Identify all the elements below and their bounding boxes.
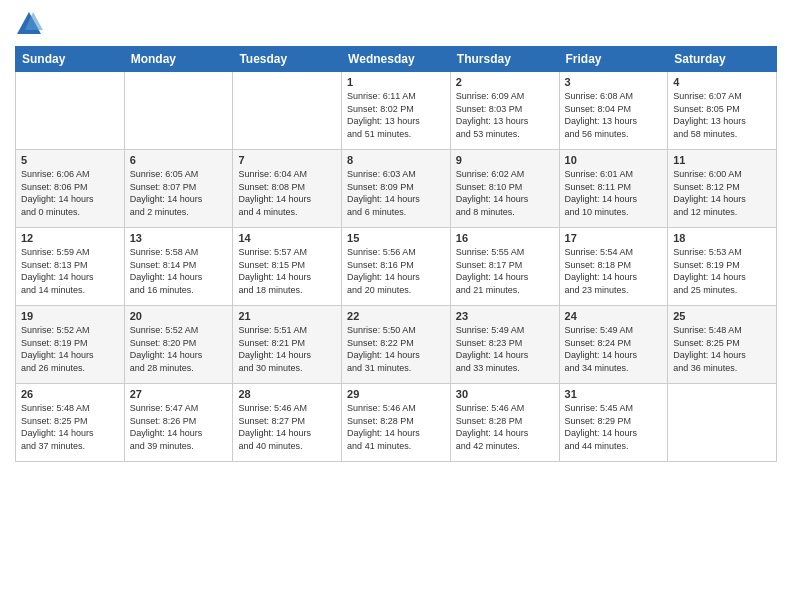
week-row-5: 26Sunrise: 5:48 AM Sunset: 8:25 PM Dayli… <box>16 384 777 462</box>
day-info: Sunrise: 5:55 AM Sunset: 8:17 PM Dayligh… <box>456 246 554 296</box>
day-info: Sunrise: 5:51 AM Sunset: 8:21 PM Dayligh… <box>238 324 336 374</box>
day-cell: 16Sunrise: 5:55 AM Sunset: 8:17 PM Dayli… <box>450 228 559 306</box>
week-row-2: 5Sunrise: 6:06 AM Sunset: 8:06 PM Daylig… <box>16 150 777 228</box>
day-info: Sunrise: 5:57 AM Sunset: 8:15 PM Dayligh… <box>238 246 336 296</box>
day-cell: 29Sunrise: 5:46 AM Sunset: 8:28 PM Dayli… <box>342 384 451 462</box>
day-info: Sunrise: 6:02 AM Sunset: 8:10 PM Dayligh… <box>456 168 554 218</box>
day-number: 6 <box>130 154 228 166</box>
day-number: 11 <box>673 154 771 166</box>
day-number: 3 <box>565 76 663 88</box>
day-number: 25 <box>673 310 771 322</box>
day-info: Sunrise: 5:54 AM Sunset: 8:18 PM Dayligh… <box>565 246 663 296</box>
day-number: 30 <box>456 388 554 400</box>
day-number: 12 <box>21 232 119 244</box>
day-info: Sunrise: 5:52 AM Sunset: 8:19 PM Dayligh… <box>21 324 119 374</box>
day-info: Sunrise: 6:01 AM Sunset: 8:11 PM Dayligh… <box>565 168 663 218</box>
day-header-tuesday: Tuesday <box>233 47 342 72</box>
day-info: Sunrise: 5:52 AM Sunset: 8:20 PM Dayligh… <box>130 324 228 374</box>
day-number: 2 <box>456 76 554 88</box>
day-info: Sunrise: 6:08 AM Sunset: 8:04 PM Dayligh… <box>565 90 663 140</box>
day-info: Sunrise: 6:11 AM Sunset: 8:02 PM Dayligh… <box>347 90 445 140</box>
day-number: 10 <box>565 154 663 166</box>
day-header-friday: Friday <box>559 47 668 72</box>
week-row-4: 19Sunrise: 5:52 AM Sunset: 8:19 PM Dayli… <box>16 306 777 384</box>
day-info: Sunrise: 5:46 AM Sunset: 8:28 PM Dayligh… <box>456 402 554 452</box>
header-row: SundayMondayTuesdayWednesdayThursdayFrid… <box>16 47 777 72</box>
day-info: Sunrise: 5:49 AM Sunset: 8:24 PM Dayligh… <box>565 324 663 374</box>
day-number: 27 <box>130 388 228 400</box>
day-cell: 18Sunrise: 5:53 AM Sunset: 8:19 PM Dayli… <box>668 228 777 306</box>
day-cell: 27Sunrise: 5:47 AM Sunset: 8:26 PM Dayli… <box>124 384 233 462</box>
day-cell: 8Sunrise: 6:03 AM Sunset: 8:09 PM Daylig… <box>342 150 451 228</box>
day-number: 22 <box>347 310 445 322</box>
day-cell: 6Sunrise: 6:05 AM Sunset: 8:07 PM Daylig… <box>124 150 233 228</box>
day-cell: 4Sunrise: 6:07 AM Sunset: 8:05 PM Daylig… <box>668 72 777 150</box>
day-cell: 20Sunrise: 5:52 AM Sunset: 8:20 PM Dayli… <box>124 306 233 384</box>
day-cell: 30Sunrise: 5:46 AM Sunset: 8:28 PM Dayli… <box>450 384 559 462</box>
day-cell <box>124 72 233 150</box>
day-info: Sunrise: 5:46 AM Sunset: 8:27 PM Dayligh… <box>238 402 336 452</box>
day-cell <box>233 72 342 150</box>
day-info: Sunrise: 6:06 AM Sunset: 8:06 PM Dayligh… <box>21 168 119 218</box>
day-info: Sunrise: 5:48 AM Sunset: 8:25 PM Dayligh… <box>673 324 771 374</box>
logo <box>15 10 47 38</box>
day-cell: 13Sunrise: 5:58 AM Sunset: 8:14 PM Dayli… <box>124 228 233 306</box>
day-number: 17 <box>565 232 663 244</box>
day-info: Sunrise: 6:05 AM Sunset: 8:07 PM Dayligh… <box>130 168 228 218</box>
day-number: 8 <box>347 154 445 166</box>
day-header-thursday: Thursday <box>450 47 559 72</box>
day-info: Sunrise: 6:07 AM Sunset: 8:05 PM Dayligh… <box>673 90 771 140</box>
day-info: Sunrise: 5:56 AM Sunset: 8:16 PM Dayligh… <box>347 246 445 296</box>
day-cell: 25Sunrise: 5:48 AM Sunset: 8:25 PM Dayli… <box>668 306 777 384</box>
day-cell <box>16 72 125 150</box>
day-info: Sunrise: 5:53 AM Sunset: 8:19 PM Dayligh… <box>673 246 771 296</box>
week-row-1: 1Sunrise: 6:11 AM Sunset: 8:02 PM Daylig… <box>16 72 777 150</box>
day-cell: 12Sunrise: 5:59 AM Sunset: 8:13 PM Dayli… <box>16 228 125 306</box>
day-cell: 14Sunrise: 5:57 AM Sunset: 8:15 PM Dayli… <box>233 228 342 306</box>
day-cell: 7Sunrise: 6:04 AM Sunset: 8:08 PM Daylig… <box>233 150 342 228</box>
day-number: 9 <box>456 154 554 166</box>
logo-icon <box>15 10 43 38</box>
day-cell: 1Sunrise: 6:11 AM Sunset: 8:02 PM Daylig… <box>342 72 451 150</box>
day-cell: 9Sunrise: 6:02 AM Sunset: 8:10 PM Daylig… <box>450 150 559 228</box>
day-cell: 28Sunrise: 5:46 AM Sunset: 8:27 PM Dayli… <box>233 384 342 462</box>
day-number: 29 <box>347 388 445 400</box>
day-number: 4 <box>673 76 771 88</box>
day-header-sunday: Sunday <box>16 47 125 72</box>
day-info: Sunrise: 5:48 AM Sunset: 8:25 PM Dayligh… <box>21 402 119 452</box>
day-cell: 2Sunrise: 6:09 AM Sunset: 8:03 PM Daylig… <box>450 72 559 150</box>
day-info: Sunrise: 5:58 AM Sunset: 8:14 PM Dayligh… <box>130 246 228 296</box>
day-cell: 24Sunrise: 5:49 AM Sunset: 8:24 PM Dayli… <box>559 306 668 384</box>
day-number: 19 <box>21 310 119 322</box>
day-number: 13 <box>130 232 228 244</box>
day-cell: 23Sunrise: 5:49 AM Sunset: 8:23 PM Dayli… <box>450 306 559 384</box>
day-number: 15 <box>347 232 445 244</box>
day-cell: 15Sunrise: 5:56 AM Sunset: 8:16 PM Dayli… <box>342 228 451 306</box>
day-number: 31 <box>565 388 663 400</box>
day-number: 1 <box>347 76 445 88</box>
day-cell: 11Sunrise: 6:00 AM Sunset: 8:12 PM Dayli… <box>668 150 777 228</box>
day-info: Sunrise: 5:59 AM Sunset: 8:13 PM Dayligh… <box>21 246 119 296</box>
day-number: 7 <box>238 154 336 166</box>
header <box>15 10 777 38</box>
day-number: 23 <box>456 310 554 322</box>
day-number: 16 <box>456 232 554 244</box>
day-cell: 19Sunrise: 5:52 AM Sunset: 8:19 PM Dayli… <box>16 306 125 384</box>
day-header-monday: Monday <box>124 47 233 72</box>
day-number: 14 <box>238 232 336 244</box>
day-info: Sunrise: 6:04 AM Sunset: 8:08 PM Dayligh… <box>238 168 336 218</box>
day-cell: 26Sunrise: 5:48 AM Sunset: 8:25 PM Dayli… <box>16 384 125 462</box>
day-cell: 22Sunrise: 5:50 AM Sunset: 8:22 PM Dayli… <box>342 306 451 384</box>
day-info: Sunrise: 5:50 AM Sunset: 8:22 PM Dayligh… <box>347 324 445 374</box>
day-cell: 10Sunrise: 6:01 AM Sunset: 8:11 PM Dayli… <box>559 150 668 228</box>
day-info: Sunrise: 5:47 AM Sunset: 8:26 PM Dayligh… <box>130 402 228 452</box>
day-number: 18 <box>673 232 771 244</box>
week-row-3: 12Sunrise: 5:59 AM Sunset: 8:13 PM Dayli… <box>16 228 777 306</box>
day-number: 21 <box>238 310 336 322</box>
day-header-saturday: Saturday <box>668 47 777 72</box>
day-cell: 31Sunrise: 5:45 AM Sunset: 8:29 PM Dayli… <box>559 384 668 462</box>
page: SundayMondayTuesdayWednesdayThursdayFrid… <box>0 0 792 612</box>
day-info: Sunrise: 5:49 AM Sunset: 8:23 PM Dayligh… <box>456 324 554 374</box>
day-number: 28 <box>238 388 336 400</box>
day-header-wednesday: Wednesday <box>342 47 451 72</box>
